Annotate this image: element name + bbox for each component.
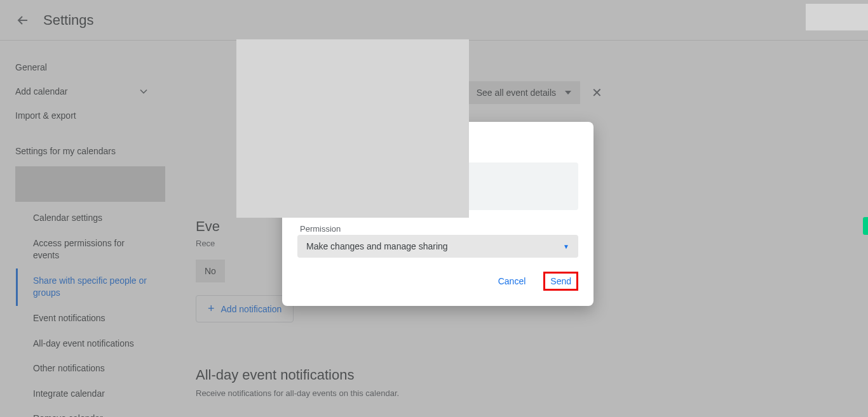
dropdown-arrow-icon: ▼ [563, 243, 569, 250]
app-header: Settings [0, 0, 868, 41]
sidebar-item-import-export[interactable]: Import & export [0, 104, 165, 127]
dropdown-arrow-icon [565, 91, 571, 95]
chevron-down-icon [137, 85, 150, 98]
subnav-integrate-calendar[interactable]: Integrate calendar [16, 381, 165, 407]
subnav-share-specific[interactable]: Share with specific people or groups [16, 268, 165, 306]
cancel-button[interactable]: Cancel [493, 272, 531, 290]
subnav-calendar-settings[interactable]: Calendar settings [16, 206, 165, 231]
redacted-block-topright [806, 4, 868, 30]
sidebar-label: General [15, 62, 47, 72]
sidebar-label: Import & export [15, 110, 76, 121]
permission-select[interactable]: Make changes and manage sharing ▼ [297, 235, 578, 258]
allday-title: All-day event notifications [196, 367, 837, 383]
subnav-event-notifications[interactable]: Event notifications [16, 306, 165, 331]
permission-label: Permission [297, 224, 578, 234]
redacted-block [236, 39, 469, 218]
sidebar-item-general[interactable]: General [0, 56, 165, 79]
redacted-calendar-name [15, 166, 165, 202]
dialog-actions: Cancel Send [297, 272, 578, 291]
notif-chip[interactable]: No [196, 260, 225, 282]
send-button[interactable]: Send [543, 272, 578, 291]
close-icon[interactable]: ✕ [592, 85, 602, 100]
dropdown-label: See all event details [477, 88, 556, 98]
sidebar-item-add-calendar[interactable]: Add calendar [0, 79, 165, 104]
plus-icon: + [208, 302, 215, 315]
subnav-remove-calendar[interactable]: Remove calendar [16, 406, 165, 417]
subnav-access-permissions[interactable]: Access permissions for events [16, 231, 165, 268]
back-arrow-icon[interactable] [15, 13, 31, 28]
sidebar-section-heading: Settings for my calendars [0, 140, 165, 162]
visibility-dropdown[interactable]: See all event details [468, 81, 580, 104]
allday-subtitle: Receive notifications for all-day events… [196, 388, 837, 398]
permission-value: Make changes and manage sharing [306, 241, 448, 251]
subnav-other-notifications[interactable]: Other notifications [16, 356, 165, 381]
add-notification-button[interactable]: + Add notification [196, 295, 294, 322]
sidebar: General Add calendar Import & export Set… [0, 41, 165, 417]
page-title: Settings [43, 12, 94, 29]
feedback-tab[interactable] [863, 217, 868, 235]
sidebar-subnav: Calendar settings Access permissions for… [15, 206, 165, 417]
sidebar-label: Add calendar [15, 86, 68, 96]
add-notif-label: Add notification [221, 304, 282, 314]
subnav-all-day-notifications[interactable]: All-day event notifications [16, 331, 165, 357]
